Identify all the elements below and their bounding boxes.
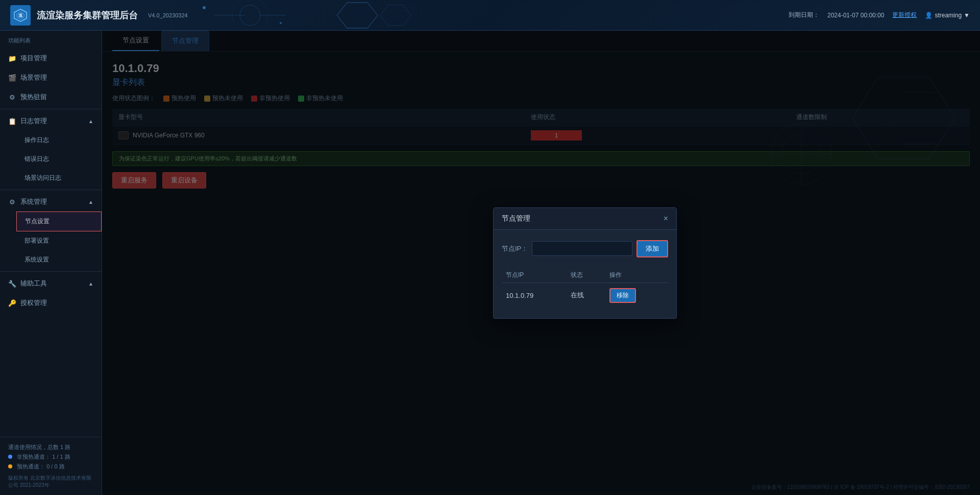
sidebar-label: 功能列表 xyxy=(0,31,102,49)
sidebar-item-auth-label: 授权管理 xyxy=(20,298,47,308)
preheat-val: 0 / 0 路 xyxy=(46,463,64,469)
preheat-stat: 预热通道： 0 / 0 路 xyxy=(8,463,93,470)
user-icon: 👤 xyxy=(925,12,933,19)
sidebar: 功能列表 📁 项目管理 🎬 场景管理 ⚙ 预热驻留 📋 日志管理 ▲ 操作日志 … xyxy=(0,31,102,495)
dialog-overlay: 节点管理 × 节点IP： 添加 节点IP 状态 xyxy=(102,31,980,495)
preheat-icon: ⚙ xyxy=(8,93,16,101)
dialog-header: 节点管理 × xyxy=(494,208,676,230)
expiry-date: 2024-01-07 00:00:00 xyxy=(827,12,884,19)
non-preheat-dot xyxy=(8,455,12,459)
scene-log-label: 场景访问日志 xyxy=(24,174,61,182)
svg-marker-3 xyxy=(380,5,411,26)
svg-point-6 xyxy=(203,6,206,9)
system-chevron: ▲ xyxy=(88,199,93,205)
preheat-dot xyxy=(8,464,12,468)
op-log-label: 操作日志 xyxy=(24,136,49,145)
svg-point-7 xyxy=(280,22,282,24)
sidebar-footer: 通道使用情况，总数 1 路 非预热通道： 1 / 1 路 预热通道： 0 / 0… xyxy=(0,437,102,495)
app-title: 流渲染服务集群管理后台 xyxy=(37,9,138,21)
sidebar-item-node-settings[interactable]: 节点设置 xyxy=(16,211,102,231)
dialog-row-action: 移除 xyxy=(605,282,668,308)
main-content: 节点设置 节点管理 10.1.0.79 显卡列表 使用状态图例： 预热使用 xyxy=(102,31,980,495)
logo: 流 流渲染服务集群管理后台 V4.0_20230324 xyxy=(10,5,188,26)
dialog-form-row: 节点IP： 添加 xyxy=(502,240,668,257)
dialog-row-status: 在线 xyxy=(567,282,605,308)
sidebar-item-scene[interactable]: 🎬 场景管理 xyxy=(0,68,102,87)
sidebar-item-preheat-label: 预热驻留 xyxy=(20,92,47,102)
logs-chevron: ▲ xyxy=(88,119,93,124)
sidebar-item-logs[interactable]: 📋 日志管理 ▲ xyxy=(0,111,102,131)
sidebar-item-project[interactable]: 📁 项目管理 xyxy=(0,49,102,68)
dialog-table: 节点IP 状态 操作 10.1.0.79 在线 移除 xyxy=(502,268,668,308)
dialog-row-ip: 10.1.0.79 xyxy=(502,282,567,308)
header: 流 流渲染服务集群管理后台 V4.0_20230324 到期日期： 2024-0… xyxy=(0,0,980,31)
dialog-title: 节点管理 xyxy=(502,214,530,223)
expiry-label: 到期日期： xyxy=(789,11,819,19)
svg-text:流: 流 xyxy=(18,13,23,18)
divider-1 xyxy=(0,109,102,109)
divider-3 xyxy=(0,271,102,272)
sidebar-item-sys-settings[interactable]: 系统设置 xyxy=(16,250,102,269)
sidebar-item-scene-log[interactable]: 场景访问日志 xyxy=(16,169,102,187)
error-log-label: 错误日志 xyxy=(24,155,49,163)
deploy-settings-label: 部署设置 xyxy=(24,237,49,245)
svg-point-1 xyxy=(232,0,268,30)
preheat-label: 预热通道： xyxy=(17,463,45,469)
dialog-header-ip: 节点IP xyxy=(502,268,567,283)
sidebar-item-logs-label: 日志管理 xyxy=(20,116,47,126)
sidebar-item-preheat[interactable]: ⚙ 预热驻留 xyxy=(0,87,102,107)
svg-point-0 xyxy=(240,5,260,26)
non-preheat-val: 1 / 1 路 xyxy=(52,454,70,460)
user-menu[interactable]: 👤 streaming ▼ xyxy=(925,12,970,19)
sidebar-item-tools-label: 辅助工具 xyxy=(20,279,47,288)
sidebar-item-system[interactable]: ⚙ 系统管理 ▲ xyxy=(0,192,102,211)
dialog-table-row: 10.1.0.79 在线 移除 xyxy=(502,282,668,308)
svg-marker-2 xyxy=(337,3,378,28)
divider-2 xyxy=(0,190,102,190)
logs-icon: 📋 xyxy=(8,117,16,125)
layout: 功能列表 📁 项目管理 🎬 场景管理 ⚙ 预热驻留 📋 日志管理 ▲ 操作日志 … xyxy=(0,31,980,495)
sidebar-item-project-label: 项目管理 xyxy=(20,54,47,63)
node-manage-dialog: 节点管理 × 节点IP： 添加 节点IP 状态 xyxy=(493,207,677,319)
dialog-header-status: 状态 xyxy=(567,268,605,283)
sidebar-item-op-log[interactable]: 操作日志 xyxy=(16,131,102,150)
system-submenu: 节点设置 部署设置 系统设置 xyxy=(0,211,102,269)
logo-icon: 流 xyxy=(10,5,31,26)
non-preheat-stat: 非预热通道： 1 / 1 路 xyxy=(8,453,93,461)
sidebar-item-error-log[interactable]: 错误日志 xyxy=(16,150,102,169)
copyright: 版权所有 北京数字冰信信息技术有限公司 2021-2023年 xyxy=(8,475,93,489)
tools-chevron: ▲ xyxy=(88,281,93,287)
logs-submenu: 操作日志 错误日志 场景访问日志 xyxy=(0,131,102,187)
sidebar-item-auth[interactable]: 🔑 授权管理 xyxy=(0,293,102,313)
add-button[interactable]: 添加 xyxy=(636,240,668,257)
remove-button[interactable]: 移除 xyxy=(609,288,636,303)
user-chevron: ▼ xyxy=(964,12,970,19)
node-settings-label: 节点设置 xyxy=(25,217,50,226)
sidebar-item-system-label: 系统管理 xyxy=(20,197,47,206)
dialog-header-action: 操作 xyxy=(605,268,668,283)
project-icon: 📁 xyxy=(8,54,16,62)
ip-input[interactable] xyxy=(532,241,632,256)
tools-icon: 🔧 xyxy=(8,279,16,288)
non-preheat-label: 非预热通道： xyxy=(17,454,51,460)
username: streaming xyxy=(935,12,962,19)
sidebar-item-deploy-settings[interactable]: 部署设置 xyxy=(16,231,102,250)
auth-icon: 🔑 xyxy=(8,299,16,307)
channel-total: 通道使用情况，总数 1 路 xyxy=(8,443,93,451)
sys-settings-label: 系统设置 xyxy=(24,255,49,264)
dialog-body: 节点IP： 添加 节点IP 状态 操作 xyxy=(494,230,676,318)
app-version: V4.0_20230324 xyxy=(148,12,188,18)
refresh-link[interactable]: 更新授权 xyxy=(892,11,917,19)
header-right: 到期日期： 2024-01-07 00:00:00 更新授权 👤 streami… xyxy=(789,11,970,19)
scene-icon: 🎬 xyxy=(8,74,16,82)
sidebar-item-scene-label: 场景管理 xyxy=(20,73,47,82)
sidebar-item-tools[interactable]: 🔧 辅助工具 ▲ xyxy=(0,274,102,293)
system-icon: ⚙ xyxy=(8,198,16,206)
ip-label: 节点IP： xyxy=(502,244,528,253)
dialog-close-button[interactable]: × xyxy=(664,215,668,223)
